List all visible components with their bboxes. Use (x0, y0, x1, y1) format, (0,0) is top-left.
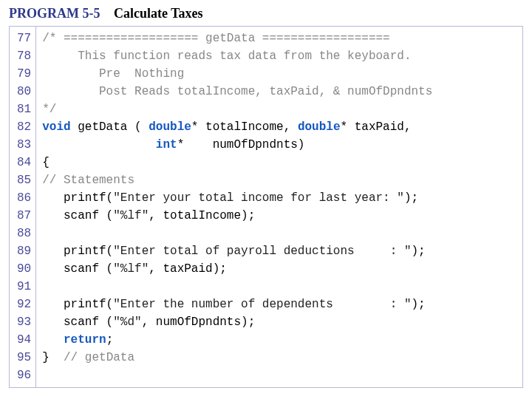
code-line: void getData ( double* totalIncome, doub… (42, 118, 432, 136)
program-title: Calculate Taxes (114, 6, 203, 21)
code-line (42, 366, 432, 384)
line-number: 80 (17, 83, 31, 100)
code-line: { (42, 154, 432, 171)
line-number: 86 (17, 189, 31, 207)
line-number: 78 (17, 47, 31, 65)
line-number: 90 (17, 260, 31, 278)
line-number: 77 (17, 30, 31, 47)
line-number: 87 (17, 207, 31, 225)
code-line: Post Reads totalIncome, taxPaid, & numOf… (42, 83, 432, 100)
code-line: return; (42, 331, 432, 349)
line-number: 88 (17, 225, 31, 242)
code-line: } // getData (42, 349, 432, 366)
program-header: PROGRAM 5-5 Calculate Taxes (9, 6, 523, 21)
line-number: 92 (17, 296, 31, 313)
line-number: 85 (17, 171, 31, 189)
code-line: scanf ("%lf", totalIncome); (42, 207, 432, 225)
line-number-gutter: 7778798081828384858687888990919293949596 (10, 27, 36, 387)
code-line (42, 278, 432, 296)
line-number: 96 (17, 366, 31, 384)
code-line (42, 225, 432, 242)
line-number: 81 (17, 100, 31, 118)
line-number: 79 (17, 65, 31, 83)
line-number: 94 (17, 331, 31, 349)
code-line: /* =================== getData =========… (42, 30, 432, 47)
code-line: printf("Enter total of payroll deduction… (42, 242, 432, 260)
line-number: 93 (17, 313, 31, 331)
line-number: 83 (17, 136, 31, 154)
code-line: printf("Enter your total income for last… (42, 189, 432, 207)
code-line: int* numOfDpndnts) (42, 136, 432, 154)
line-number: 91 (17, 278, 31, 296)
program-label: PROGRAM 5-5 (9, 6, 100, 21)
code-body: /* =================== getData =========… (36, 27, 438, 387)
code-line: This function reads tax data from the ke… (42, 47, 432, 65)
code-line: // Statements (42, 171, 432, 189)
code-line: scanf ("%lf", taxPaid); (42, 260, 432, 278)
code-listing: 7778798081828384858687888990919293949596… (9, 26, 523, 388)
line-number: 95 (17, 349, 31, 366)
line-number: 82 (17, 118, 31, 136)
code-line: printf("Enter the number of dependents :… (42, 296, 432, 313)
line-number: 84 (17, 154, 31, 171)
code-line: Pre Nothing (42, 65, 432, 83)
line-number: 89 (17, 242, 31, 260)
code-line: */ (42, 100, 432, 118)
code-line: scanf ("%d", numOfDpndnts); (42, 313, 432, 331)
